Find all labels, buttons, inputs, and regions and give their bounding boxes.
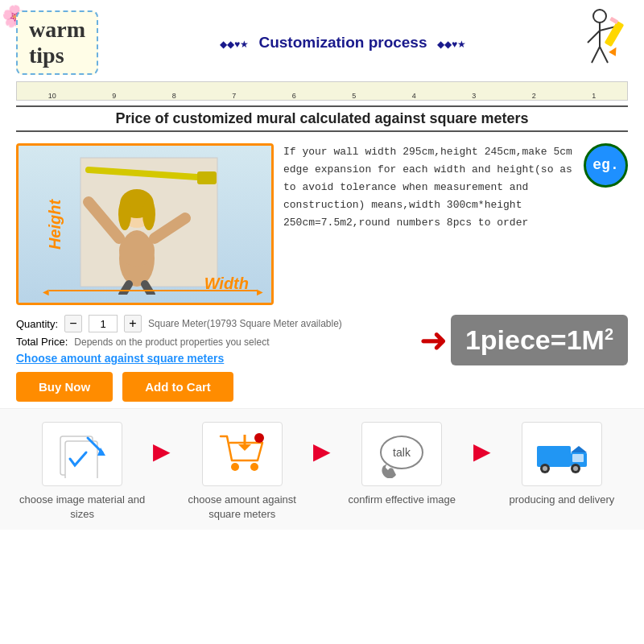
quantity-input[interactable] <box>89 315 118 332</box>
step-4: producing and delivery <box>497 422 626 507</box>
arrow-left-icon <box>43 283 49 298</box>
eg-badge: eg. <box>584 143 628 188</box>
main-content: Height Width eg. If your wall width 295c… <box>0 137 644 312</box>
svg-line-4 <box>592 47 600 63</box>
add-to-cart-button[interactable]: Add to Cart <box>122 372 233 402</box>
ruler-container: 10 9 8 7 6 5 4 3 2 1 <box>0 81 644 101</box>
quantity-plus-button[interactable]: + <box>124 315 142 332</box>
person-measuring-svg <box>64 154 225 295</box>
step-1-icon-box <box>42 422 122 486</box>
svg-point-38 <box>543 466 547 471</box>
svg-marker-7 <box>609 45 620 56</box>
step-2: choose amount against square meters <box>178 422 307 522</box>
step-3-icon: talk <box>374 430 430 478</box>
arrow-right-icon <box>257 283 263 298</box>
step-3-label: confirm effective image <box>349 493 456 507</box>
svg-line-2 <box>588 31 600 43</box>
sq-meter-available-text: Square Meter(19793 Square Meter availabl… <box>148 318 342 329</box>
customization-title: Customization process <box>258 34 427 51</box>
piece-badge: 1piece=1M2 <box>451 315 628 365</box>
image-box: Height Width <box>16 143 274 305</box>
step-arrow-1: ▶ <box>153 438 171 464</box>
svg-marker-35 <box>571 446 587 452</box>
tips-text: tips <box>29 43 85 68</box>
ruler-marks: 10 9 8 7 6 5 4 3 2 1 <box>17 92 627 100</box>
quantity-price-left: Quantity: − + Square Meter(19793 Square … <box>16 315 419 365</box>
step-arrow-2: ▶ <box>313 438 331 464</box>
deco-left: ◆◆♥★ <box>220 39 249 50</box>
svg-point-30 <box>254 433 264 443</box>
red-arrow-icon: ➜ <box>419 320 448 360</box>
svg-point-27 <box>250 463 258 471</box>
instructions-text: If your wall width 295cm,height 245cm,ma… <box>283 143 628 232</box>
svg-rect-6 <box>605 21 625 47</box>
svg-line-5 <box>600 47 608 63</box>
svg-point-15 <box>118 198 131 230</box>
warm-text: warm <box>29 17 85 43</box>
step-2-icon <box>214 430 270 478</box>
svg-point-26 <box>231 463 239 471</box>
total-price-value: Depends on the product properties you se… <box>74 336 269 348</box>
quantity-minus-button[interactable]: − <box>64 315 82 332</box>
step-1-label: choose image material and sizes <box>18 493 147 522</box>
deco-right: ◆◆♥★ <box>437 39 466 50</box>
buy-now-button[interactable]: Buy Now <box>16 372 113 402</box>
step-3-icon-box: talk <box>361 422 442 486</box>
step-2-icon-box <box>202 422 283 486</box>
step-1: choose image material and sizes <box>18 422 147 522</box>
quantity-price-area: Quantity: − + Square Meter(19793 Square … <box>0 312 644 365</box>
svg-rect-36 <box>572 454 584 462</box>
step-1-icon <box>54 430 110 478</box>
svg-rect-33 <box>537 446 571 467</box>
svg-point-0 <box>593 10 606 23</box>
svg-marker-29 <box>238 444 251 451</box>
price-heading: Price of customized mural calculated aga… <box>16 105 628 132</box>
svg-rect-11 <box>197 171 217 184</box>
buttons-area: Buy Now Add to Cart <box>0 365 644 408</box>
step-2-label: choose amount against square meters <box>178 493 307 522</box>
pencil-figure <box>572 6 628 78</box>
instructions-area: eg. If your wall width 295cm,height 245c… <box>283 143 628 305</box>
quantity-row: Quantity: − + Square Meter(19793 Square … <box>16 315 419 332</box>
step-4-label: producing and delivery <box>509 493 614 507</box>
svg-point-16 <box>142 198 155 230</box>
step-arrow-3: ▶ <box>473 438 491 464</box>
height-label: Height <box>46 199 64 249</box>
piece-badge-area: ➜ 1piece=1M2 <box>419 315 628 365</box>
steps-section: choose image material and sizes ▶ choose… <box>0 408 644 530</box>
warm-tips-box: warm tips <box>16 10 98 75</box>
quantity-label: Quantity: <box>16 318 58 330</box>
step-4-icon-box <box>522 422 602 486</box>
header-section: 🌸 warm tips ◆◆♥★ Customization process ◆… <box>0 0 644 81</box>
svg-text:talk: talk <box>393 446 411 459</box>
total-price-label: Total Price: <box>16 336 68 348</box>
svg-point-40 <box>573 466 578 471</box>
step-3: talk confirm effective image <box>337 422 466 507</box>
total-price-row: Total Price: Depends on the product prop… <box>16 336 419 348</box>
step-4-icon <box>534 430 590 478</box>
width-label: Width <box>204 275 249 293</box>
ruler: 10 9 8 7 6 5 4 3 2 1 <box>16 81 628 101</box>
choose-amount-text: Choose amount against square meters <box>16 351 419 365</box>
